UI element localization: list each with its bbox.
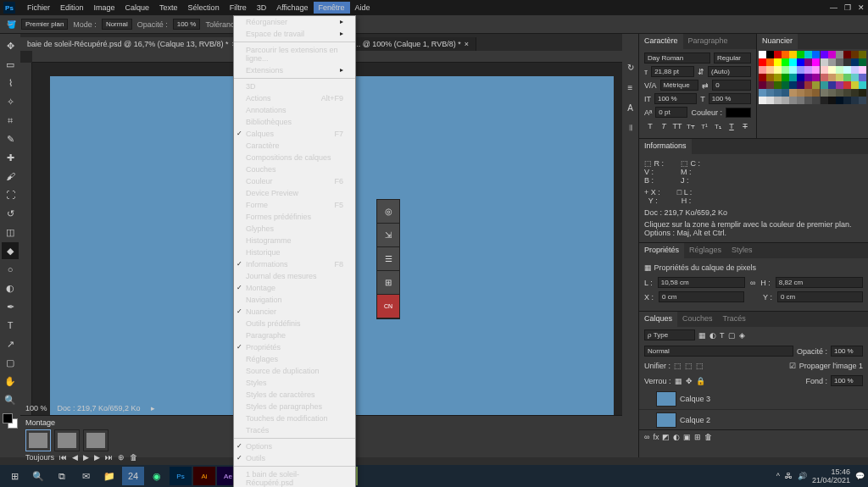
last-frame-icon[interactable]: ⏭ [105,453,113,462]
swatch[interactable] [851,89,859,97]
swatch[interactable] [774,74,782,81]
menu-filtre[interactable]: Filtre [225,2,252,14]
unify-icon[interactable]: ⬚ [674,362,682,370]
new-layer-icon[interactable]: ⊞ [694,433,701,441]
fg-select[interactable]: Premier plan [21,19,68,30]
filter-smart-icon[interactable]: ◈ [739,331,745,340]
eyedropper-tool[interactable]: ✎ [2,130,19,147]
first-frame-icon[interactable]: ⏮ [59,453,67,462]
menu-item[interactable]: Montage [234,282,355,294]
width-input[interactable]: 10,58 cm [658,277,745,288]
menu-item[interactable]: Extensions [234,64,355,76]
swatch[interactable] [766,81,774,89]
layer-filter-type[interactable]: ρ Type [644,329,695,340]
swatch[interactable] [759,97,766,104]
path-tool[interactable]: ↗ [2,335,19,352]
menu-item[interactable]: Tracés [234,424,355,436]
lock-pixels-icon[interactable]: ▦ [675,377,682,385]
vscale-input[interactable]: 100 % [654,93,697,104]
photoshop-taskbar-icon[interactable]: Ps [170,467,192,485]
brush-tool[interactable]: 🖌 [2,168,19,185]
swatch[interactable] [774,89,782,97]
swatch[interactable] [804,58,812,66]
y-input[interactable]: 0 cm [777,291,863,302]
swatch[interactable] [828,81,836,89]
character-tab[interactable]: Caractère [639,34,683,49]
swatch[interactable] [843,89,851,97]
menu-item[interactable]: Réorganiser [234,16,355,28]
type-icon[interactable]: A [623,100,638,115]
swatch[interactable] [766,58,774,66]
swatch[interactable] [828,58,836,66]
swatch[interactable] [782,66,789,74]
swatch[interactable] [782,74,789,81]
swatch[interactable] [782,89,789,97]
propagate-checkbox[interactable]: Propager l'image 1 [799,362,863,370]
swatch[interactable] [859,51,866,58]
swatch[interactable] [843,74,851,81]
menu-item[interactable]: Journal des mesures [234,270,355,282]
swatch[interactable] [859,89,866,97]
menu-item[interactable]: Parcourir les extensions en ligne... [234,44,355,64]
swatch[interactable] [797,74,804,81]
swatch[interactable] [843,66,851,74]
menu-item[interactable]: Device Preview [234,187,355,199]
menu-item[interactable]: Propriétés [234,341,355,353]
tray-sound-icon[interactable]: 🔊 [798,472,807,480]
menu-item[interactable]: Styles de paragraphes [234,401,355,412]
swatches-tab[interactable]: Nuancier [757,34,798,49]
superscript-button[interactable]: T¹ [698,120,710,132]
lock-position-icon[interactable]: ✥ [686,377,693,385]
menu-item[interactable]: Outils [234,452,355,464]
adjustment-icon[interactable]: ◐ [673,433,680,441]
bold-button[interactable]: T [644,120,656,132]
history-icon[interactable]: ↻ [623,59,638,75]
x-input[interactable]: 0 cm [659,291,744,302]
layer-row[interactable]: Calque 3 [639,389,868,410]
swatch[interactable] [789,58,797,66]
stamp-tool[interactable]: ⛶ [2,186,19,203]
smallcaps-button[interactable]: Tᴛ [685,120,697,132]
swatch[interactable] [851,66,859,74]
swatch[interactable] [782,58,789,66]
allcaps-button[interactable]: TT [671,120,683,132]
swatch[interactable] [836,58,843,66]
swatch[interactable] [789,51,797,58]
swatch[interactable] [836,66,843,74]
tab-close-icon[interactable]: × [465,40,469,48]
wand-tool[interactable]: ✧ [2,93,19,110]
swatch[interactable] [812,66,820,74]
notifications-icon[interactable]: 💬 [855,472,865,480]
swatch[interactable] [759,58,766,66]
leading-input[interactable]: (Auto) [708,66,751,77]
baseline-input[interactable]: 0 pt [655,107,687,118]
start-button[interactable]: ⊞ [3,467,25,485]
panel-tab[interactable]: Propriétés [639,243,684,258]
filter-shape-icon[interactable]: ▢ [728,331,736,340]
swatch[interactable] [828,89,836,97]
heal-tool[interactable]: ✚ [2,149,19,166]
layer-thumb[interactable] [656,412,676,428]
swatch[interactable] [843,81,851,89]
menu-item[interactable]: Navigation [234,294,355,306]
swatch[interactable] [851,51,859,58]
menu-item[interactable]: Réglages [234,353,355,365]
swatch[interactable] [782,97,789,104]
swatch[interactable] [804,97,812,104]
swatch[interactable] [774,81,782,89]
underline-button[interactable]: T [726,120,737,132]
palette-icon[interactable]: ⇲ [377,224,399,247]
swatch[interactable] [759,66,766,74]
swatch[interactable] [774,97,782,104]
filter-adjust-icon[interactable]: ◐ [709,331,716,340]
taskview-icon[interactable]: ⧉ [51,467,73,485]
panel-tab[interactable]: Styles [726,243,758,258]
menu-fenêtre[interactable]: Fenêtre [314,2,350,14]
menu-affichage[interactable]: Affichage [271,2,313,14]
hscale-input[interactable]: 100 % [709,93,751,104]
swatch[interactable] [797,81,804,89]
bucket-icon[interactable]: 🪣 [7,20,16,29]
swatch[interactable] [766,51,774,58]
panel-tab[interactable]: Réglages [684,243,726,258]
italic-button[interactable]: T [658,120,670,132]
